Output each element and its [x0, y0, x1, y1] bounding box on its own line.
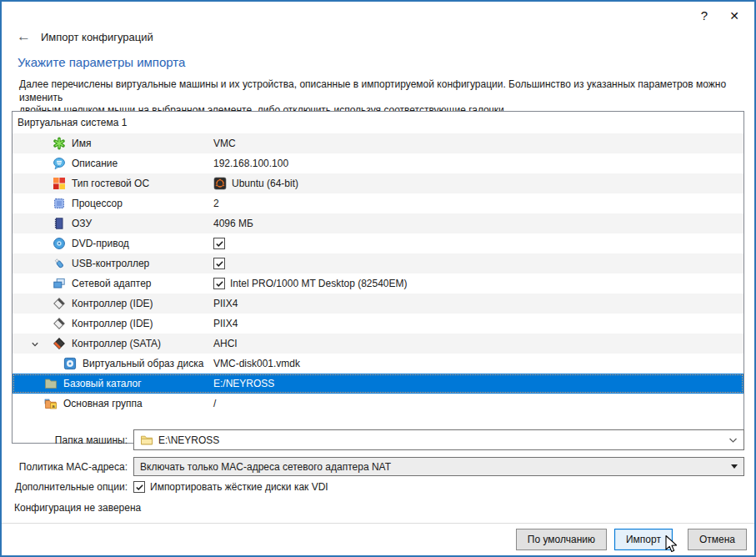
combo-chevron-down-icon[interactable] — [728, 434, 738, 446]
virtual-system-header: Виртуальная система 1 — [13, 112, 743, 133]
row-ide-controller-2[interactable]: Контроллер (IDE) PIIX4 — [13, 314, 743, 334]
import-appliance-dialog: ? ✕ ← Импорт конфигураций Укажите параме… — [0, 0, 756, 557]
row-value: 192.168.100.100 — [213, 153, 288, 173]
row-sata-controller[interactable]: Контроллер (SATA) AHCI — [13, 334, 743, 354]
row-label: Виртуальный образ диска — [83, 354, 203, 374]
row-base-folder[interactable]: Базовый каталог E:/NEYROSS — [13, 374, 743, 394]
folder-icon — [140, 434, 153, 447]
row-value: E:/NEYROSS — [213, 374, 274, 394]
appliance-settings-table: Виртуальная система 1 Имя VMC Описание 1… — [12, 111, 744, 444]
row-label: USB-контроллер — [72, 253, 149, 273]
row-value: VMC-disk001.vmdk — [213, 354, 300, 374]
cancel-button[interactable]: Отмена — [688, 529, 747, 550]
close-button[interactable]: ✕ — [723, 6, 746, 26]
disk-image-icon — [63, 357, 77, 370]
row-label: DVD-привод — [72, 233, 129, 253]
row-value: PIIX4 — [213, 294, 238, 314]
dvd-checkbox[interactable] — [213, 238, 225, 249]
row-value: Ubuntu (64-bit) — [232, 178, 298, 189]
row-value: Intel PRO/1000 MT Desktop (82540EM) — [230, 278, 408, 289]
breadcrumb: ← Импорт конфигураций — [17, 30, 153, 43]
description-icon — [53, 157, 66, 170]
chevron-down-icon[interactable] — [31, 339, 39, 348]
ide-controller-icon — [53, 297, 66, 310]
mac-policy-dropdown[interactable]: Включать только MAC-адреса сетевого адап… — [133, 457, 744, 476]
row-label: Контроллер (IDE) — [72, 314, 153, 334]
defaults-button[interactable]: По умолчанию — [516, 529, 607, 550]
row-cpu[interactable]: Процессор 2 — [13, 193, 743, 213]
row-value: PIIX4 — [213, 314, 238, 334]
row-value: AHCI — [213, 334, 238, 354]
row-ide-controller-1[interactable]: Контроллер (IDE) PIIX4 — [13, 294, 743, 314]
ide-controller-icon — [53, 317, 66, 330]
ubuntu-icon — [213, 177, 227, 190]
row-label: Описание — [72, 153, 118, 173]
row-label: Контроллер (IDE) — [72, 294, 153, 314]
additional-options-label: Дополнительные опции: — [13, 481, 133, 493]
mac-policy-label: Политика MAC-адреса: — [13, 461, 133, 473]
sata-controller-icon — [53, 337, 66, 350]
network-checkbox[interactable] — [213, 278, 225, 289]
row-value: / — [213, 394, 216, 414]
mac-policy-value: Включать только MAC-адреса сетевого адап… — [140, 461, 391, 473]
row-network-adapter[interactable]: Сетевой адаптер Intel PRO/1000 MT Deskto… — [13, 273, 743, 294]
row-label: Процессор — [72, 193, 123, 213]
row-label: Имя — [72, 133, 91, 153]
row-label: Базовый каталог — [63, 374, 142, 394]
description-line-1: Далее перечислены виртуальные машины и и… — [19, 78, 743, 104]
status-note: Конфигурация не заверена — [14, 502, 141, 514]
name-icon — [53, 137, 66, 150]
base-folder-icon — [44, 377, 58, 390]
row-value: 4096 МБ — [213, 213, 253, 233]
row-label: Контроллер (SATA) — [72, 334, 161, 354]
machine-folder-value: E:\NEYROSS — [158, 434, 219, 446]
row-ram[interactable]: ОЗУ 4096 МБ — [13, 213, 743, 233]
page-title: Укажите параметры импорта — [18, 55, 185, 69]
help-button[interactable]: ? — [693, 6, 716, 26]
os-type-icon — [53, 177, 66, 190]
row-label: Тип гостевой ОС — [72, 173, 149, 193]
import-vdi-checkbox[interactable] — [133, 481, 145, 493]
import-button[interactable]: Импорт — [614, 529, 673, 550]
import-vdi-label: Импортировать жёсткие диски как VDI — [150, 481, 328, 493]
additional-options-field: Дополнительные опции: Импортировать жёст… — [13, 481, 328, 493]
row-os-type[interactable]: Тип гостевой ОС Ubuntu (64-bit) — [13, 173, 743, 193]
back-arrow-icon[interactable]: ← — [17, 30, 31, 43]
row-dvd-drive[interactable]: DVD-привод — [13, 233, 743, 253]
ram-icon — [53, 217, 66, 230]
network-icon — [53, 277, 66, 290]
row-label: Сетевой адаптер — [72, 273, 151, 294]
row-value: VMC — [213, 133, 236, 153]
dropdown-arrow-icon — [731, 464, 738, 469]
machine-folder-combobox[interactable]: E:\NEYROSS — [133, 429, 744, 450]
row-name[interactable]: Имя VMC — [13, 133, 743, 153]
row-description[interactable]: Описание 192.168.100.100 — [13, 153, 743, 173]
usb-checkbox[interactable] — [213, 258, 225, 269]
row-value: 2 — [213, 193, 219, 213]
usb-icon — [53, 257, 66, 270]
row-usb-controller[interactable]: USB-контроллер — [13, 253, 743, 273]
dvd-icon — [53, 237, 66, 250]
row-label: ОЗУ — [72, 213, 92, 233]
row-primary-group[interactable]: a Основная группа / — [13, 394, 743, 414]
row-disk-image[interactable]: Виртуальный образ диска VMC-disk001.vmdk — [13, 354, 743, 374]
cpu-icon — [53, 197, 66, 210]
group-icon: a — [44, 397, 58, 410]
row-label: Основная группа — [63, 394, 143, 414]
footer-bar: По умолчанию Импорт Отмена — [2, 523, 754, 555]
machine-folder-label: Папка машины: — [13, 434, 133, 446]
machine-folder-field: Папка машины: E:\NEYROSS — [13, 429, 744, 450]
mac-policy-field: Политика MAC-адреса: Включать только MAC… — [13, 457, 744, 476]
dialog-title: Импорт конфигураций — [41, 31, 153, 43]
